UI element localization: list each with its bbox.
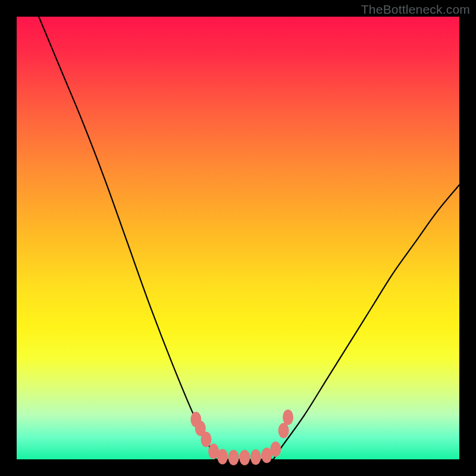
curve-right bbox=[274, 185, 459, 459]
chart-svg bbox=[17, 17, 459, 459]
attribution-label: TheBottleneck.com bbox=[361, 2, 470, 17]
data-marker bbox=[201, 432, 211, 447]
data-marker bbox=[217, 449, 228, 465]
markers-group bbox=[190, 409, 293, 465]
data-marker bbox=[283, 409, 293, 425]
data-marker bbox=[228, 450, 239, 465]
plot-area bbox=[17, 17, 459, 459]
data-marker bbox=[278, 423, 289, 439]
chart-frame: TheBottleneck.com bbox=[0, 0, 476, 476]
curve-left bbox=[39, 17, 216, 459]
data-marker bbox=[250, 449, 261, 465]
data-marker bbox=[270, 441, 281, 457]
data-marker bbox=[239, 450, 250, 465]
